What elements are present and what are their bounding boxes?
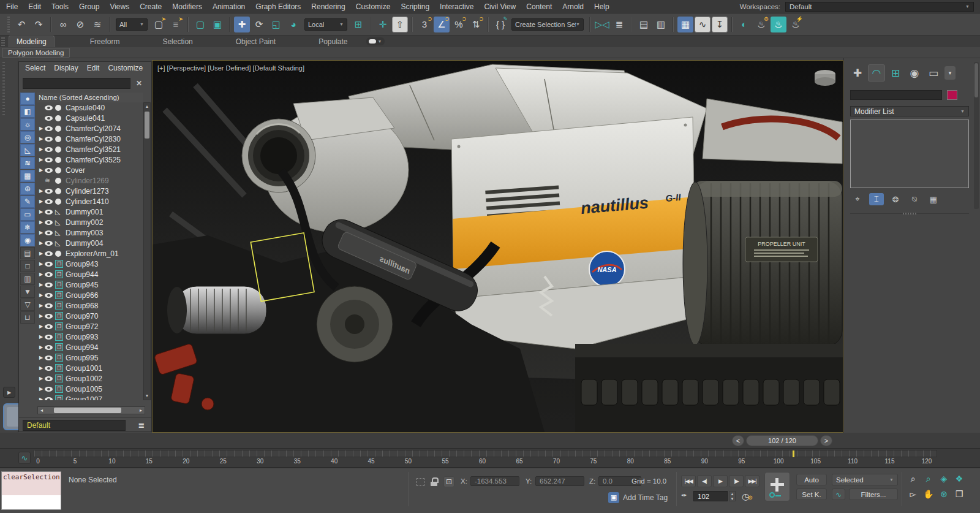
current-frame-marker[interactable] (793, 450, 794, 457)
unlink-selection-button[interactable]: ⊘ (72, 17, 88, 32)
visibility-eye-icon[interactable] (45, 293, 53, 298)
curve-editor-button[interactable]: ∿ (695, 17, 710, 32)
edit-named-selection-sets-button[interactable]: { }✎ (492, 17, 508, 32)
current-frame-field[interactable]: 102 (693, 491, 728, 501)
active-layer-field[interactable]: Default (23, 420, 126, 431)
configure-modifier-sets-button[interactable]: ▦ (926, 193, 941, 205)
reference-coordinate-dropdown[interactable]: Local▼ (304, 18, 347, 31)
object-list-item[interactable]: ▶ExplorerArm_01 (37, 248, 143, 259)
lock-selection-icon[interactable] (431, 477, 437, 486)
expand-arrow-icon[interactable]: ▶ (37, 136, 45, 142)
object-list-item[interactable]: Capsule040 (37, 102, 143, 113)
toggle-ribbon-button[interactable]: ▦ (677, 17, 693, 32)
mirror-button[interactable]: ▷◁ (594, 17, 610, 32)
expand-arrow-icon[interactable]: ▶ (37, 292, 45, 298)
explorer-menu-edit[interactable]: Edit (87, 64, 100, 72)
make-unique-button[interactable]: ❂ (888, 193, 903, 205)
menu-customize[interactable]: Customize (356, 2, 391, 11)
rectangular-selection-region-button[interactable]: ▢ (192, 17, 208, 32)
visibility-eye-icon[interactable] (45, 387, 53, 392)
filter-combinations-icon[interactable]: ▼ (20, 286, 35, 298)
expand-arrow-icon[interactable]: ▶ (37, 240, 45, 246)
menu-arnold[interactable]: Arnold (562, 2, 584, 11)
filter-lights-icon[interactable]: ☼ (20, 118, 35, 131)
object-list-item[interactable]: ▶Cover (37, 165, 143, 175)
scroll-left-icon[interactable]: ◂ (38, 407, 45, 414)
expand-arrow-icon[interactable]: ▶ (37, 282, 45, 287)
explorer-menu-display[interactable]: Display (54, 64, 78, 72)
filter-hidden-icon[interactable]: ◉ (20, 234, 35, 246)
visibility-eye-icon[interactable] (45, 324, 53, 329)
visibility-eye-icon[interactable] (45, 230, 53, 235)
filter-bones-icon[interactable]: ✎ (20, 196, 35, 208)
scroll-up-icon[interactable]: ▲ (144, 103, 150, 110)
current-frame-display[interactable]: 102 / 120 (746, 435, 818, 446)
select-and-manipulate-button[interactable]: ✛ (375, 17, 391, 32)
expand-arrow-icon[interactable]: ▶ (37, 313, 45, 319)
search-input[interactable] (23, 78, 130, 89)
filter-space-warps-icon[interactable]: ≋ (20, 157, 35, 169)
expand-arrow-icon[interactable]: ▶ (37, 188, 45, 194)
y-coordinate-field[interactable]: 652.247 (535, 476, 584, 486)
object-list-item[interactable]: Capsule041 (37, 113, 143, 123)
undo-button[interactable]: ↶ (13, 17, 29, 32)
expand-arrow-icon[interactable]: ▶ (37, 209, 45, 215)
zoom-extents-all-button[interactable]: ❖ (952, 472, 966, 485)
visibility-eye-icon[interactable] (45, 210, 53, 215)
object-list-item[interactable]: ▶❐Group1001 (37, 363, 143, 373)
time-tag-cube-icon[interactable]: ▣ (608, 492, 619, 503)
object-list-item[interactable]: ▶Cylinder1410 (37, 196, 143, 207)
scroll-down-icon[interactable]: ▼ (144, 392, 150, 400)
menu-content[interactable]: Content (526, 2, 552, 11)
ribbon-config-button[interactable]: ▼ (366, 37, 385, 45)
pan-button[interactable]: ✋ (922, 487, 935, 501)
keyboard-override-button[interactable]: ⇧ (392, 17, 408, 32)
key-filters-curve-button[interactable]: ∿ (832, 488, 845, 500)
previous-frame-nub[interactable]: < (732, 435, 744, 446)
display-box-mode-icon[interactable]: □ (20, 260, 35, 272)
utilities-dropdown[interactable]: ▾ (944, 66, 956, 80)
select-and-scale-button[interactable]: ◱ (268, 17, 284, 32)
object-list-item[interactable]: ▶❐Group972 (37, 321, 143, 332)
align-button[interactable]: ≣ (611, 17, 627, 32)
filter-shapes-icon[interactable]: ◧ (20, 105, 35, 118)
visibility-eye-icon[interactable] (45, 376, 53, 381)
visibility-eye-icon[interactable] (45, 168, 53, 173)
render-production-button[interactable]: ♨⚡ (788, 17, 804, 32)
x-coordinate-field[interactable]: -1634.553 (470, 476, 519, 486)
display-list-options-icon[interactable]: ▤ (20, 247, 35, 259)
tab-populate[interactable]: Populate (311, 36, 355, 47)
selection-region-icon[interactable] (417, 478, 424, 486)
object-list-item[interactable]: ▶◺Dummy003 (37, 227, 143, 238)
display-properties-icon[interactable]: ▥ (20, 273, 35, 285)
visibility-eye-icon[interactable] (45, 366, 53, 371)
next-frame-nub[interactable]: > (820, 435, 832, 446)
menu-create[interactable]: Create (140, 2, 162, 11)
expand-arrow-icon[interactable]: ▶ (37, 344, 45, 350)
visibility-eye-icon[interactable] (45, 251, 53, 256)
expand-arrow-icon[interactable]: ▶ (37, 157, 45, 162)
previous-frame-button[interactable]: ◀| (697, 475, 712, 487)
expand-arrow-icon[interactable]: ▶ (37, 146, 45, 152)
layers-icon[interactable]: ≣ (135, 420, 148, 431)
key-filters-button[interactable]: Filters... (849, 488, 898, 500)
orbit-button[interactable]: ⊛ (937, 487, 951, 501)
visibility-eye-icon[interactable] (45, 335, 53, 340)
visibility-eye-icon[interactable] (45, 199, 53, 204)
rendered-frame-window-button[interactable]: ♨ (771, 17, 786, 32)
filter-xrefs-icon[interactable]: ⊕ (20, 183, 35, 195)
expand-arrow-icon[interactable]: ▶ (37, 365, 45, 371)
object-list-item[interactable]: ▶❐Group970 (37, 311, 143, 321)
object-list-item[interactable]: ▶❐Group966 (37, 290, 143, 300)
tab-object-paint[interactable]: Object Paint (228, 36, 283, 47)
frame-nudge-arrows[interactable]: ◂▸ (681, 492, 687, 498)
object-list-item[interactable]: ▶❐Group968 (37, 300, 143, 311)
visibility-eye-icon[interactable] (45, 126, 53, 131)
menu-help[interactable]: Help (594, 2, 609, 11)
expand-panel-button[interactable]: ▶ (3, 387, 15, 398)
object-list-item[interactable]: ▶❐Group994 (37, 342, 143, 352)
menu-edit[interactable]: Edit (28, 2, 41, 11)
object-list-item[interactable]: ▶❐Group945 (37, 279, 143, 290)
object-list-item[interactable]: ▶◺Dummy002 (37, 217, 143, 227)
select-and-move-button[interactable]: ✚ (234, 17, 250, 32)
